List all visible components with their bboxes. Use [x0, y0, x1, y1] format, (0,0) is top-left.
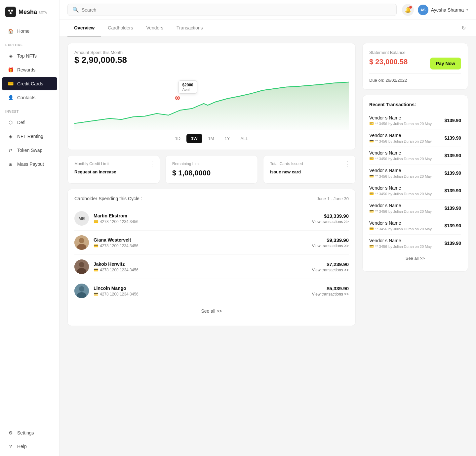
defi-icon: ⬡ — [7, 119, 14, 126]
spending-header: Cardholder Spending this Cycle : June 1 … — [74, 196, 349, 201]
txn-meta-text: by Julian Duran on 20 May — [388, 209, 432, 213]
txn-vendor: Vendor s Name — [369, 133, 444, 138]
card-icon-martin: 💳 — [94, 219, 99, 224]
view-transactions-martin[interactable]: View transactions >> — [312, 219, 349, 224]
sidebar-item-settings[interactable]: ⚙ Settings — [2, 426, 57, 439]
sidebar-item-contacts[interactable]: 👤 Contacts — [2, 91, 57, 104]
sidebar-item-defi[interactable]: ⬡ Defi — [2, 116, 57, 129]
sidebar-credit-cards-label: Credit Cards — [17, 81, 43, 86]
spending-card: Cardholder Spending this Cycle : June 1 … — [67, 189, 356, 326]
pay-now-button[interactable]: Pay Now — [430, 58, 461, 69]
transaction-row: Vendor s Name 💳 ** 3456 by Julian Duran … — [369, 112, 461, 129]
cardholder-name-martin: Martin Ekstrom — [94, 213, 307, 218]
search-box[interactable]: 🔍 — [67, 4, 397, 16]
txn-vendor: Vendor s Name — [369, 203, 444, 208]
cardholder-avatar-lincoln — [74, 284, 89, 298]
txn-vendor: Vendor s Name — [369, 168, 444, 173]
txn-vendor: Vendor s Name — [369, 220, 444, 226]
sidebar-contacts-label: Contacts — [17, 95, 35, 100]
tooltip-amount: $2000 — [182, 83, 193, 87]
time-filter-1d[interactable]: 1D — [170, 134, 185, 143]
card-icon: 💳 — [369, 157, 374, 161]
tabs-right: ↻ — [459, 23, 468, 33]
txn-meta-text: by Julian Duran on 20 May — [388, 192, 432, 196]
transaction-row: Vendor s Name 💳 ** 3456 by Julian Duran … — [369, 164, 461, 182]
amount-giana: $9,339.90 — [312, 237, 349, 243]
txn-card: ** 3456 — [375, 209, 387, 213]
invest-label: INVEST — [0, 105, 59, 115]
card-icon: 💳 — [369, 209, 374, 213]
stat-total-cards-label: Total Cards Issued — [270, 161, 349, 166]
card-icon-giana: 💳 — [94, 244, 99, 248]
txn-card: ** 3456 — [375, 245, 387, 249]
svg-point-10 — [79, 286, 84, 292]
user-menu[interactable]: AS Ayesha Sharma ▾ — [418, 5, 468, 15]
content-area: Amount Spent this Month $ 2,90,000.58 $2… — [60, 36, 476, 456]
svg-point-7 — [79, 262, 84, 267]
dashboard-right: Statement Balance $ 23,000.58 Pay Now Du… — [362, 43, 468, 326]
txn-card: ** 3456 — [375, 227, 387, 231]
txn-meta-text: by Julian Duran on 20 May — [388, 139, 432, 143]
cardholder-info-giana: Giana Westervelt 💳 4278 1200 1234 3456 — [94, 237, 307, 248]
token-swap-icon: ⇄ — [7, 147, 14, 154]
sidebar-nft-renting-label: NFT Renting — [17, 134, 43, 139]
sidebar-mass-payout-label: Mass Payout — [17, 161, 44, 167]
tab-overview[interactable]: Overview — [67, 20, 101, 36]
issue-new-card-button[interactable]: Issue new card — [270, 169, 349, 174]
card-icon: 💳 — [369, 227, 374, 231]
txn-card: ** 3456 — [375, 192, 387, 196]
contacts-icon: 👤 — [7, 94, 14, 101]
search-input[interactable] — [82, 7, 392, 13]
tab-transactions[interactable]: Transactions — [170, 20, 210, 36]
see-all-transactions[interactable]: See all >> — [369, 252, 461, 265]
view-transactions-jakob[interactable]: View transactions >> — [312, 268, 349, 272]
transaction-row: Vendor s Name 💳 ** 3456 by Julian Duran … — [369, 182, 461, 200]
sidebar-item-nft-renting[interactable]: ◈ NFT Renting — [2, 130, 57, 143]
app-name: Mesha — [19, 9, 37, 15]
sidebar-item-token-swap[interactable]: ⇄ Token Swap — [2, 144, 57, 157]
sidebar-item-mass-payout[interactable]: ⊞ Mass Payout — [2, 158, 57, 171]
sidebar-item-top-nfts[interactable]: ◈ Top NFTs — [2, 49, 57, 63]
sidebar-item-help[interactable]: ? Help — [2, 440, 57, 453]
sidebar-item-rewards[interactable]: 🎁 Rewards — [2, 63, 57, 76]
chart-value: $ 2,90,000.58 — [74, 55, 349, 65]
time-filter-1m[interactable]: 1M — [204, 134, 219, 143]
statement-row: $ 23,000.58 Pay Now — [369, 58, 461, 69]
transaction-list: Vendor s Name 💳 ** 3456 by Julian Duran … — [369, 112, 461, 252]
tab-cardholders[interactable]: Cardholders — [101, 20, 139, 36]
search-icon: 🔍 — [72, 7, 79, 13]
cardholder-info-lincoln: Lincoln Mango 💳 4278 1200 1234 3456 — [94, 286, 307, 296]
cardholder-avatar-martin: ME — [74, 211, 89, 226]
sidebar-item-home[interactable]: 🏠 Home — [2, 24, 57, 38]
stat-menu-monthly[interactable]: ⋮ — [149, 160, 155, 167]
chevron-down-icon: ▾ — [466, 8, 468, 12]
sidebar-item-credit-cards[interactable]: 💳 Credit Cards — [2, 77, 57, 90]
time-filter-1y[interactable]: 1Y — [220, 134, 235, 143]
stat-monthly-limit: ⋮ Monthly Credit Limit Request an Increa… — [67, 155, 160, 184]
cardholder-row: Lincoln Mango 💳 4278 1200 1234 3456 $5,3… — [74, 279, 349, 303]
topbar: 🔍 🔔 AS Ayesha Sharma ▾ — [60, 0, 476, 20]
time-filter-all[interactable]: ALL — [236, 134, 253, 143]
stat-menu-cards[interactable]: ⋮ — [345, 160, 351, 167]
txn-vendor: Vendor s Name — [369, 150, 444, 156]
transaction-row: Vendor s Name 💳 ** 3456 by Julian Duran … — [369, 129, 461, 147]
credit-card-icon: 💳 — [7, 80, 14, 87]
tab-vendors[interactable]: Vendors — [140, 20, 170, 36]
notification-button[interactable]: 🔔 — [402, 4, 414, 16]
transaction-row: Vendor s Name 💳 ** 3456 by Julian Duran … — [369, 147, 461, 164]
explore-label: EXPLORE — [0, 38, 59, 49]
card-icon: 💳 — [369, 192, 374, 196]
cardholder-card-giana: 💳 4278 1200 1234 3456 — [94, 244, 307, 248]
view-transactions-lincoln[interactable]: View transactions >> — [312, 292, 349, 296]
dashboard-inner: Amount Spent this Month $ 2,90,000.58 $2… — [60, 36, 476, 333]
statement-label: Statement Balance — [369, 50, 461, 55]
refresh-button[interactable]: ↻ — [459, 23, 468, 33]
time-filter-1w[interactable]: 1W — [186, 134, 202, 143]
cardholder-avatar-jakob — [74, 259, 89, 274]
see-all-cardholders[interactable]: See all >> — [74, 303, 349, 319]
txn-left: Vendor s Name 💳 ** 3456 by Julian Duran … — [369, 238, 444, 249]
txn-amount: $139.90 — [444, 205, 461, 211]
view-transactions-giana[interactable]: View transactions >> — [312, 244, 349, 248]
request-increase-button[interactable]: Request an Increase — [74, 169, 153, 174]
svg-point-1 — [11, 10, 13, 12]
